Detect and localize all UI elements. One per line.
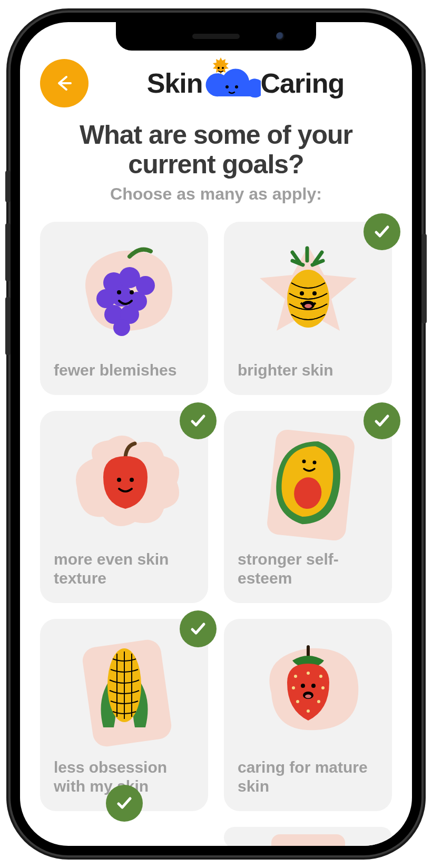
svg-point-32: [321, 686, 325, 689]
svg-point-14: [130, 290, 134, 294]
device-notch: [116, 22, 316, 51]
goal-label: fewer blemishes: [54, 361, 194, 379]
check-icon: [180, 610, 217, 647]
svg-point-31: [292, 686, 295, 689]
svg-point-13: [117, 290, 121, 294]
svg-point-20: [300, 291, 304, 295]
logo-illustration: [203, 65, 261, 102]
logo-text-right: Caring: [261, 67, 345, 99]
corn-icon: [54, 633, 194, 748]
goal-label: caring for mature skin: [238, 758, 378, 795]
svg-point-21: [312, 291, 317, 295]
svg-point-34: [317, 700, 320, 703]
svg-point-12: [113, 319, 130, 336]
svg-point-36: [301, 684, 305, 688]
app-header: Skin: [40, 59, 392, 107]
svg-point-27: [312, 461, 316, 465]
goal-label: brighter skin: [238, 361, 378, 379]
svg-point-23: [305, 304, 312, 308]
goal-card-mature-skin[interactable]: caring for mature skin: [224, 619, 392, 811]
goals-grid: fewer blemishes: [40, 222, 392, 846]
goal-card-brighter-skin[interactable]: brighter skin: [224, 222, 392, 395]
logo-text-left: Skin: [147, 67, 203, 99]
svg-point-26: [302, 460, 306, 463]
svg-point-39: [305, 695, 311, 698]
svg-point-30: [319, 675, 322, 678]
goal-card-self-esteem[interactable]: stronger self-esteem: [224, 411, 392, 603]
strawberry-icon: [238, 633, 378, 748]
question-subtext: Choose as many as apply:: [40, 184, 392, 204]
goal-label: stronger self-esteem: [238, 550, 378, 587]
goal-label: more even skin texture: [54, 550, 194, 587]
question-heading: What are some of your current goals?: [40, 120, 392, 179]
apple-icon: [54, 425, 194, 540]
goal-card-next[interactable]: [224, 827, 392, 846]
check-icon: [180, 402, 217, 439]
goal-card-even-texture[interactable]: more even skin texture: [40, 411, 208, 603]
arrow-left-icon: [54, 73, 75, 94]
grapes-icon: [54, 235, 194, 351]
svg-point-16: [130, 478, 134, 482]
svg-point-37: [311, 684, 316, 688]
check-icon: [364, 402, 400, 439]
goal-card-less-obsession[interactable]: less obsession with my skin: [40, 619, 208, 811]
cloud-icon: [203, 67, 261, 102]
pineapple-icon: [238, 235, 378, 351]
check-icon: [106, 785, 143, 822]
check-icon: [364, 213, 400, 250]
svg-point-29: [307, 672, 310, 675]
avocado-icon: [238, 425, 378, 540]
svg-point-3: [235, 85, 238, 88]
svg-point-2: [225, 85, 229, 88]
goal-card-fewer-blemishes[interactable]: fewer blemishes: [40, 222, 208, 395]
back-button[interactable]: [40, 59, 89, 107]
app-logo: Skin: [99, 59, 392, 107]
svg-point-35: [307, 709, 310, 713]
svg-point-28: [294, 675, 297, 678]
svg-point-15: [117, 478, 121, 482]
svg-point-33: [296, 700, 299, 703]
